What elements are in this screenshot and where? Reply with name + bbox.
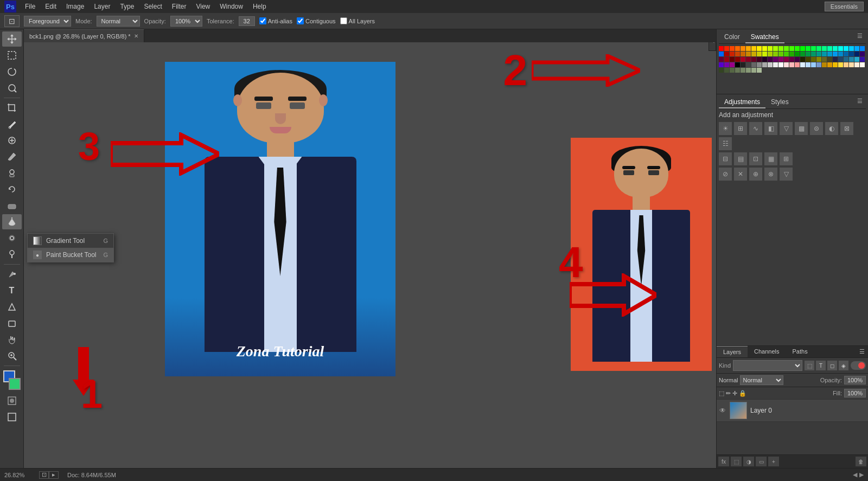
color-swatch-cell[interactable] [800, 57, 805, 62]
folder-button[interactable]: ▭ [756, 457, 767, 466]
menu-filter[interactable]: Filter [168, 2, 191, 11]
color-swatch-cell[interactable] [816, 62, 821, 67]
kind-dropdown[interactable] [733, 360, 802, 371]
menu-select[interactable]: Select [139, 2, 166, 11]
adj-icon-c[interactable]: ⊕ [749, 168, 762, 181]
color-swatch-cell[interactable] [778, 62, 783, 67]
brush-tool[interactable] [2, 149, 22, 164]
context-gradient-tool[interactable]: Gradient Tool G [28, 234, 113, 248]
color-swatch-cell[interactable] [746, 62, 751, 67]
channel-mixer-adj[interactable]: ☷ [719, 137, 732, 150]
foreground-dropdown[interactable]: Foreground [24, 16, 71, 27]
pen-tool[interactable] [2, 267, 22, 282]
adj-icon-b[interactable]: ✕ [734, 168, 747, 181]
color-swatch-cell[interactable] [806, 62, 810, 67]
marquee-tool[interactable] [2, 48, 22, 63]
all-layers-check[interactable]: All Layers [340, 17, 375, 24]
menu-file[interactable]: File [21, 2, 40, 11]
color-swatch-cell[interactable] [741, 46, 745, 51]
color-swatch-cell[interactable] [724, 52, 729, 56]
lock-all-icon[interactable]: 🔒 [739, 390, 746, 397]
menu-window[interactable]: Window [215, 2, 247, 11]
color-swatch-cell[interactable] [816, 57, 821, 62]
delete-layer-button[interactable]: 🗑 [856, 457, 866, 466]
next-page-button[interactable]: ▶ [859, 471, 864, 478]
color-swatch-cell[interactable] [768, 62, 773, 67]
paint-bucket-tool[interactable] [2, 214, 22, 229]
color-swatch-cell[interactable] [762, 52, 767, 56]
styles-tab[interactable]: Styles [765, 97, 794, 108]
color-swatch-cell[interactable] [735, 68, 740, 73]
color-swatch-cell[interactable] [822, 62, 827, 67]
color-swatch-cell[interactable] [838, 46, 843, 51]
color-swatch-cell[interactable] [746, 52, 751, 56]
layer-visibility-icon[interactable]: 👁 [719, 407, 726, 414]
color-swatch-cell[interactable] [773, 57, 778, 62]
color-swatch-cell[interactable] [854, 57, 859, 62]
prev-page-button[interactable]: ◀ [853, 471, 857, 478]
color-swatch-cell[interactable] [762, 46, 767, 51]
filter-shape-icon[interactable]: ◻ [827, 361, 837, 370]
crop-tool[interactable] [2, 100, 22, 116]
color-swatch-cell[interactable] [816, 46, 821, 51]
color-swatch-cell[interactable] [778, 52, 783, 56]
color-swatch-cell[interactable] [800, 46, 805, 51]
hdr-adj[interactable]: ⊞ [734, 122, 747, 135]
color-swatch-cell[interactable] [768, 52, 773, 56]
color-swatch-cell[interactable] [773, 62, 778, 67]
color-swatch-cell[interactable] [724, 57, 729, 62]
quick-select-tool[interactable] [2, 80, 22, 95]
eraser-tool[interactable] [2, 198, 22, 213]
color-swatch-cell[interactable] [854, 62, 859, 67]
tab-close-button[interactable]: ✕ [134, 33, 138, 39]
color-swatch-cell[interactable] [789, 62, 794, 67]
color-swatch-cell[interactable] [746, 46, 751, 51]
contiguous-check[interactable]: Contiguous [297, 17, 336, 24]
add-mask-button[interactable]: ⬚ [731, 457, 742, 466]
photo-filter-adj[interactable]: ⊠ [840, 122, 853, 135]
adj-options-icon[interactable]: ☰ [854, 97, 866, 108]
color-swatch-cell[interactable] [784, 62, 789, 67]
color-swatch-cell[interactable] [719, 46, 724, 51]
layers-options-icon[interactable]: ☰ [856, 346, 868, 357]
color-swatch-cell[interactable] [849, 62, 854, 67]
posterize-adj[interactable]: ▤ [734, 152, 747, 165]
color-swatch-cell[interactable] [773, 52, 778, 56]
color-swatch-cell[interactable] [800, 52, 805, 56]
lock-paint-icon[interactable]: ✏ [726, 390, 731, 397]
color-swatch-cell[interactable] [730, 57, 735, 62]
context-paint-bucket-tool[interactable]: ● Paint Bucket Tool G [28, 248, 113, 262]
quick-mask-tool[interactable] [2, 393, 22, 408]
color-swatch-cell[interactable] [789, 52, 794, 56]
color-swatch-cell[interactable] [849, 57, 854, 62]
clone-stamp-tool[interactable] [2, 165, 22, 181]
color-swatch-cell[interactable] [746, 57, 751, 62]
color-swatch-cell[interactable] [768, 57, 773, 62]
color-swatch-cell[interactable] [778, 57, 783, 62]
color-swatch-cell[interactable] [762, 62, 767, 67]
color-swatch-cell[interactable] [838, 52, 843, 56]
color-swatch-cell[interactable] [806, 52, 810, 56]
new-layer-button[interactable]: + [768, 457, 779, 466]
color-swatch-cell[interactable] [751, 57, 756, 62]
color-swatch-cell[interactable] [860, 62, 865, 67]
filter-toggle[interactable] [851, 361, 866, 370]
threshold-adj[interactable]: ⊡ [749, 152, 762, 165]
color-swatch-cell[interactable] [757, 52, 762, 56]
color-swatch-cell[interactable] [730, 62, 735, 67]
color-swatch-cell[interactable] [833, 52, 838, 56]
color-swatch-cell[interactable] [844, 52, 848, 56]
invert-adj[interactable]: ⊟ [719, 152, 732, 165]
menu-image[interactable]: Image [62, 2, 88, 11]
color-swatch-cell[interactable] [795, 46, 800, 51]
filter-pixel-icon[interactable]: ⬚ [805, 361, 814, 370]
tool-preset-picker[interactable]: ⊡ [4, 15, 20, 27]
color-swatch-cell[interactable] [827, 62, 832, 67]
color-swatch-cell[interactable] [789, 57, 794, 62]
color-swatch-cell[interactable] [827, 52, 832, 56]
history-brush-tool[interactable] [2, 182, 22, 197]
color-swatch-cell[interactable] [730, 52, 735, 56]
lock-transparent-icon[interactable]: ⬚ [719, 390, 724, 397]
essentials-button[interactable]: Essentials [825, 2, 864, 11]
color-swatch-cell[interactable] [741, 52, 745, 56]
